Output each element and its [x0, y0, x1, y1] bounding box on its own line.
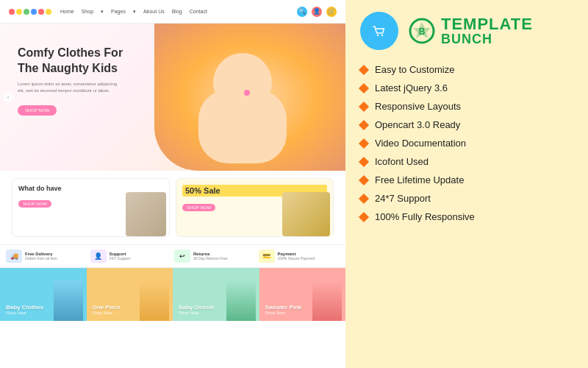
nav-pages[interactable]: Pages — [111, 9, 126, 15]
feature-item-3: Opencart 3.0 Ready — [360, 117, 573, 132]
feature-returns: ↩ Returns 30 Day Returns Free — [174, 250, 256, 263]
feature-item-5: Icofont Used — [360, 154, 573, 169]
hero-image — [154, 24, 345, 171]
promo-card-1-image — [126, 192, 166, 236]
bullet-2 — [359, 101, 369, 111]
cart-logo-circle — [360, 12, 398, 50]
feature-text-5: Icofont Used — [375, 156, 429, 167]
baby-clothes-image — [54, 280, 83, 321]
cart-svg-icon — [369, 21, 390, 41]
hero-section: ‹ Comfy Clothes For The Naughty Kids Lor… — [0, 24, 345, 171]
sweater-pink-image — [312, 280, 342, 321]
logo-dot-2 — [16, 9, 22, 15]
feature-text-3: Opencart 3.0 Ready — [375, 119, 460, 130]
category-one-piece: One Piece Shop Now — [87, 268, 173, 321]
feature-payment-text: Payment 100% Secure Payment — [278, 252, 315, 261]
nav-contact[interactable]: Contact — [190, 9, 207, 15]
brand-name-block: TEMPLATE BUNCH — [441, 16, 533, 46]
baby-onesie-link[interactable]: Shop Now — [179, 311, 199, 315]
nav-action-icons: 🔍 👤 🛒 — [297, 7, 337, 17]
logo-dot-3 — [24, 9, 29, 15]
svg-point-1 — [377, 35, 379, 36]
feature-text-6: Free Lifetime Update — [375, 174, 464, 185]
feature-payment: 💳 Payment 100% Secure Payment — [259, 250, 340, 263]
what-do-have-card: What do have SHOP NOW — [12, 178, 170, 237]
promo-card-2-image — [282, 192, 330, 236]
baby-image-placeholder — [154, 24, 345, 171]
hero-prev-arrow[interactable]: ‹ — [3, 92, 13, 102]
delivery-icon: 🚚 — [6, 250, 22, 263]
baby-onesie-label: Baby Onesie — [179, 304, 214, 311]
nav-about[interactable]: About Us — [143, 9, 165, 15]
baby-clothes-link[interactable]: Shop Now — [6, 311, 26, 315]
svg-point-2 — [381, 35, 383, 36]
logo-dot-6 — [46, 9, 51, 15]
feature-delivery-text: Free Delivery Orders from all item — [25, 252, 57, 261]
nav-home[interactable]: Home — [60, 9, 74, 15]
logo-dot-1 — [9, 9, 15, 15]
bullet-0 — [359, 64, 369, 74]
feature-text-4: Video Documentation — [375, 138, 466, 149]
category-baby-onesie: Baby Onesie Shop Now — [173, 268, 259, 321]
baby-onesie-image — [226, 280, 256, 321]
svg-point-0 — [369, 21, 390, 41]
product-categories: Baby Clothes Shop Now One Piece Shop Now… — [0, 268, 345, 321]
feature-support: 👤 Support 24/7 Support — [90, 250, 172, 263]
bullet-8 — [359, 211, 369, 222]
feature-text-2: Responsive Layouts — [375, 101, 461, 112]
feature-item-2: Responsive Layouts — [360, 99, 573, 114]
feature-item-6: Free Lifetime Update — [360, 172, 573, 188]
cart-icon[interactable]: 🛒 — [326, 7, 337, 17]
hero-content: Comfy Clothes For The Naughty Kids Lorem… — [18, 46, 123, 116]
bullet-1 — [359, 82, 369, 93]
feature-item-7: 24*7 Support — [360, 191, 573, 206]
payment-icon: 💳 — [259, 250, 275, 263]
features-list: Easy to Customize Latest jQuery 3.6 Resp… — [360, 62, 573, 224]
feature-item-8: 100% Fully Responsive — [360, 209, 573, 224]
user-icon[interactable]: 👤 — [312, 7, 322, 17]
one-piece-label: One Piece — [93, 304, 121, 311]
website-preview: Home Shop ▾ Pages ▾ About Us Blog Contac… — [0, 0, 345, 368]
feature-returns-text: Returns 30 Day Returns Free — [193, 252, 227, 261]
bullet-5 — [359, 156, 369, 166]
brand-template: TEMPLATE — [441, 15, 533, 33]
feature-text-7: 24*7 Support — [375, 193, 431, 204]
brand-bunch: BUNCH — [441, 32, 533, 46]
nav-blog[interactable]: Blog — [172, 9, 182, 15]
one-piece-link[interactable]: Shop Now — [93, 311, 113, 315]
nav-shop[interactable]: Shop — [82, 9, 93, 15]
returns-icon: ↩ — [174, 250, 190, 263]
brand-name-text: TEMPLATE — [441, 16, 533, 32]
category-baby-clothes: Baby Clothes Shop Now — [0, 268, 87, 321]
bullet-7 — [359, 193, 369, 203]
logo-dot-4 — [31, 9, 37, 15]
feature-support-text: Support 24/7 Support — [110, 252, 131, 261]
logo-dot-5 — [38, 9, 44, 15]
feature-text-8: 100% Fully Responsive — [375, 211, 475, 222]
search-icon[interactable]: 🔍 — [297, 7, 307, 17]
feature-item-1: Latest jQuery 3.6 — [360, 80, 573, 96]
brand-logo-area: B TEMPLATE BUNCH — [409, 16, 533, 46]
nav-bar: Home Shop ▾ Pages ▾ About Us Blog Contac… — [0, 0, 345, 24]
sale-card: 50% Sale SHOP NOW — [176, 178, 334, 237]
category-sweater-pink: Sweater Pink Shop Now — [259, 268, 346, 321]
bullet-6 — [359, 174, 369, 185]
feature-text-0: Easy to Customize — [375, 64, 454, 75]
feature-item-0: Easy to Customize — [360, 62, 573, 77]
baby-body-shape — [198, 90, 287, 163]
one-piece-image — [140, 280, 169, 321]
hero-shop-now-button[interactable]: SHOP NOW — [18, 105, 57, 116]
baby-clothes-label: Baby Clothes — [6, 304, 43, 311]
right-header: B TEMPLATE BUNCH — [360, 12, 573, 50]
svg-text:B: B — [419, 26, 426, 37]
bullet-4 — [359, 138, 369, 148]
right-panel: B TEMPLATE BUNCH Easy to Customize Lates… — [345, 0, 588, 368]
sweater-pink-link[interactable]: Shop Now — [265, 311, 286, 315]
nav-links: Home Shop ▾ Pages ▾ About Us Blog Contac… — [60, 9, 297, 15]
promo-card-1-btn[interactable]: SHOP NOW — [18, 200, 51, 208]
feature-text-1: Latest jQuery 3.6 — [375, 82, 448, 93]
sweater-pink-label: Sweater Pink — [265, 304, 302, 311]
promo-card-2-btn[interactable]: SHOP NOW — [182, 204, 215, 211]
hero-decorative-dot — [244, 90, 250, 96]
feature-item-4: Video Documentation — [360, 135, 573, 151]
